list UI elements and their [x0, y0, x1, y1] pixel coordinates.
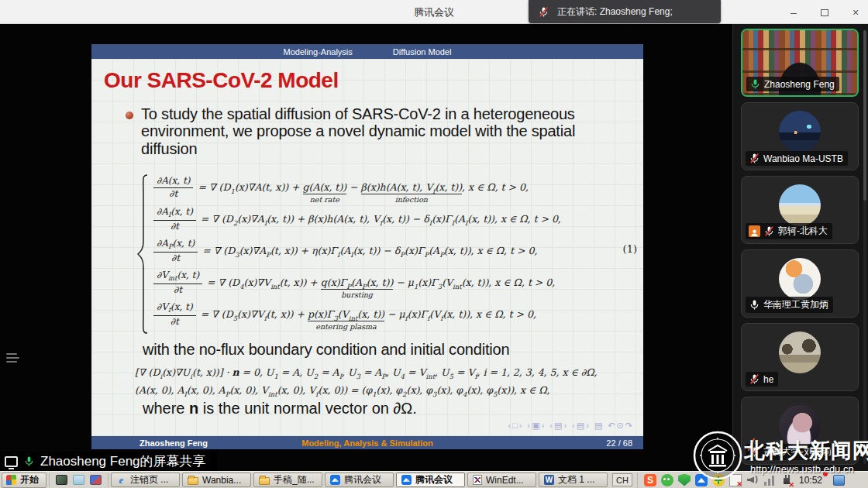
- slide-page-number: 22 / 68: [606, 438, 632, 448]
- underbrace-label: infection: [395, 194, 428, 204]
- windows-logo-icon: [6, 475, 16, 486]
- ie-icon: e: [116, 475, 126, 485]
- equation-lhs-fraction: ∂AI(x, t)∂t: [153, 207, 196, 232]
- equation-row: ∂Vf(x, t)∂t= ∇ (D5(x)∇Vf(t, x)) + p(x)Γ3…: [153, 299, 618, 331]
- folder-icon: [188, 477, 198, 485]
- underbraced-term: g(A(x, t))net rate: [303, 181, 347, 194]
- bullet-text: To study the spatial diffusion of SARS-C…: [141, 105, 629, 157]
- participant-tile[interactable]: Wanbiao Ma-USTB: [741, 102, 859, 170]
- print-error-icon[interactable]: [729, 474, 742, 486]
- power-error-icon[interactable]: [780, 474, 793, 486]
- slide-header-bar: Modeling-Analysis Diffusion Model: [91, 44, 643, 59]
- participant-avatar: [779, 111, 821, 153]
- participant-name: 华南理工黄加炳: [763, 298, 828, 311]
- participant-avatar: [779, 258, 821, 300]
- speaking-indicator-banner: 正在讲话: Zhaosheng Feng;: [529, 0, 721, 23]
- language-indicator[interactable]: CH: [612, 473, 632, 486]
- slide-title: Our SARS-CoV-2 Model: [104, 68, 339, 93]
- where-note: where n is the unit normal vector on ∂Ω.: [143, 400, 417, 418]
- maximize-button[interactable]: [818, 6, 831, 19]
- participant-avatar: [779, 184, 821, 226]
- participant-name: Zhaosheng Feng: [764, 79, 835, 90]
- equation-lhs-fraction: ∂Vf(x, t)∂t: [153, 302, 196, 328]
- taskbar-button-label: 手稿_随...: [274, 473, 315, 486]
- taskbar-clock[interactable]: 10:52: [799, 475, 822, 486]
- participant-tile[interactable]: 吉林大学-刘雪莉: [741, 397, 859, 465]
- sidebar-scrollbar[interactable]: [863, 30, 866, 464]
- minimize-button[interactable]: –: [787, 6, 800, 19]
- host-person-badge-icon: [749, 225, 760, 237]
- participant-label: 华南理工黄加炳: [746, 297, 833, 313]
- equation-rows: ∂A(x, t)∂t= ∇ (D1(x)∇A(t, x)) + g(A(x, t…: [153, 172, 618, 331]
- conditions-intro: with the no-flux boundary condition and …: [143, 341, 509, 359]
- equation-lhs-fraction: ∂A(x, t)∂t: [153, 176, 193, 200]
- underbraced-term: β(x)h(A(x, t), Vf(x, t))infection: [361, 181, 463, 194]
- participant-label: 郭轲-北科大: [746, 223, 832, 239]
- wechat-icon[interactable]: [661, 474, 673, 486]
- equation-row: ∂AI(x, t)∂t= ∇ (D2(x)∇AI(x, t)) + β(x)h(…: [153, 204, 618, 235]
- participant-label: 吉林大学-刘雪莉: [746, 444, 836, 460]
- tencent-meeting-icon: [401, 475, 412, 485]
- participant-avatar: [779, 405, 821, 447]
- taskbar-button-label: Wanbia...: [202, 475, 241, 486]
- condition-line: [∇ (Di(x)∇Ui(t, x))] · n = 0, U1 = A, U2…: [135, 364, 598, 382]
- mic-muted-icon: [749, 446, 760, 458]
- participant-label: Zhaosheng Feng: [746, 77, 839, 91]
- media-icon[interactable]: [90, 475, 102, 485]
- mic-muted-icon: [763, 225, 775, 237]
- sogou-icon[interactable]: S: [644, 474, 656, 486]
- mic-muted-icon: [749, 373, 760, 385]
- equation-row: ∂Vint(x, t)∂t= ∇ (D4(x)∇Vint(t, x)) + q(…: [153, 267, 618, 299]
- slide-footer-bar: Zhaosheng Feng Modeling, Analysis & Simu…: [91, 436, 643, 449]
- mic-live-icon: [23, 455, 35, 467]
- mic-on-icon: [749, 299, 760, 311]
- mic-speaking-icon: [749, 78, 761, 90]
- window-titlebar: 腾讯会议 – ×: [0, 0, 868, 24]
- screen-share-text: Zhaosheng Feng的屏幕共享: [40, 452, 206, 470]
- show-desktop-icon[interactable]: [56, 475, 67, 485]
- participants-sidebar: Zhaosheng FengWanbiao Ma-USTB郭轲-北科大华南理工黄…: [732, 24, 868, 471]
- notes-icon[interactable]: [73, 475, 84, 485]
- sidebar-toggle-icon[interactable]: [6, 348, 25, 368]
- mic-muted-icon: [749, 153, 760, 164]
- security-shield-icon[interactable]: [678, 474, 691, 486]
- participant-tile[interactable]: he: [741, 323, 859, 391]
- underbraced-term: p(x)Γ3(Vint(x, t))entering plasma: [308, 308, 384, 321]
- participant-tile[interactable]: 华南理工黄加炳: [741, 249, 859, 318]
- participant-name: 郭轲-北科大: [778, 225, 828, 238]
- underbrace-label: net rate: [310, 194, 339, 204]
- taskbar-button[interactable]: W文档 1 ...: [539, 473, 608, 487]
- taskbar-button[interactable]: 腾讯会议: [325, 473, 394, 487]
- taskbar-button[interactable]: 腾讯会议: [396, 473, 465, 487]
- boundary-initial-conditions: [∇ (Di(x)∇Ui(t, x))] · n = 0, U1 = A, U2…: [135, 364, 598, 400]
- taskbar-buttons: e注销页 ...Wanbia...手稿_随...腾讯会议腾讯会议WinEdt..…: [111, 473, 608, 488]
- taskbar-button[interactable]: 手稿_随...: [253, 473, 322, 487]
- equation-lhs-fraction: ∂AP(x, t)∂t: [153, 239, 198, 264]
- slide-bullet: To study the spatial diffusion of SARS-C…: [126, 105, 629, 157]
- start-button[interactable]: 开始: [2, 473, 46, 488]
- slide-body: Our SARS-CoV-2 Model To study the spatia…: [91, 59, 643, 436]
- network-signal-icon[interactable]: [763, 474, 776, 486]
- taskbar-button[interactable]: WinEdt...: [467, 473, 536, 487]
- taskbar-button-label: 腾讯会议: [344, 473, 381, 486]
- antivirus-ball-icon[interactable]: [712, 474, 725, 486]
- tencent-meeting-icon[interactable]: [695, 474, 708, 486]
- underbraced-term: q(x)ΓP(AP(x, t))bursting: [321, 277, 394, 290]
- equation-row: ∂A(x, t)∂t= ∇ (D1(x)∇A(t, x)) + g(A(x, t…: [153, 172, 618, 204]
- participant-tile[interactable]: 郭轲-北科大: [741, 176, 859, 244]
- taskbar-button-label: 文档 1 ...: [558, 473, 594, 486]
- condition-line: (A(x, 0), AI(x, 0), AP(x, 0), Vint(x, 0)…: [135, 382, 598, 400]
- participant-name: 吉林大学-刘雪莉: [763, 445, 832, 459]
- tencent-meeting-window: 腾讯会议 – × 正在讲话: Zhaosheng Feng; Modeling-…: [0, 0, 868, 488]
- quick-launch-bar: [49, 473, 108, 487]
- screen-share-label: Zhaosheng Feng的屏幕共享: [0, 452, 217, 471]
- notification-dot: [823, 472, 828, 476]
- taskbar-button[interactable]: e注销页 ...: [111, 473, 180, 487]
- participant-tile[interactable]: Zhaosheng Feng: [741, 29, 859, 97]
- taskbar-button[interactable]: Wanbia...: [182, 473, 251, 487]
- slide-section-left: Modeling-Analysis: [284, 47, 353, 57]
- show-desktop-button[interactable]: [833, 475, 845, 486]
- volume-icon[interactable]: [746, 474, 759, 486]
- equation-number: (1): [623, 243, 637, 255]
- close-button[interactable]: ×: [849, 6, 862, 19]
